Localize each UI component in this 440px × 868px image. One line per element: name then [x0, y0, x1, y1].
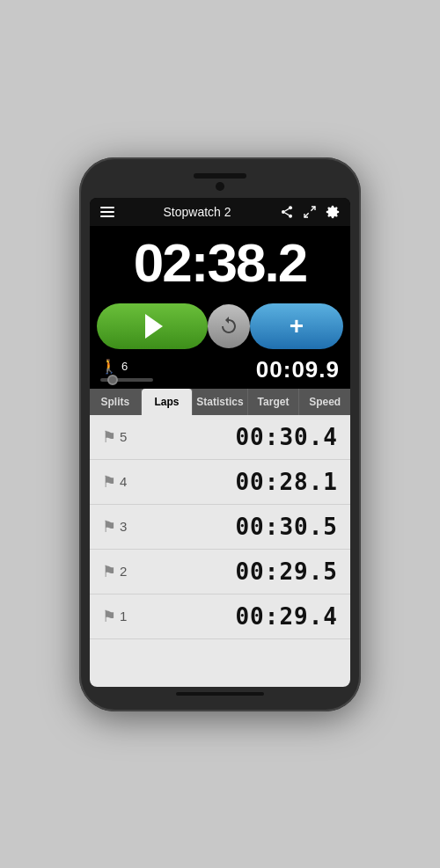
current-lap-time: 00:09.9: [256, 356, 340, 383]
tabs-row: Splits Laps Statistics Target Speed: [90, 389, 350, 415]
lap-time-value: 00:29.4: [235, 603, 338, 630]
settings-icon[interactable]: [326, 205, 340, 219]
lap-time-value: 00:30.4: [235, 424, 338, 450]
flag-icon: ⚑: [102, 607, 116, 626]
lap-row: ⚑ 1 00:29.4: [90, 594, 350, 639]
slider-thumb: [107, 375, 118, 385]
fullscreen-icon[interactable]: [303, 205, 317, 219]
flag-icon: ⚑: [102, 427, 116, 447]
app-title: Stopwatch 2: [163, 205, 231, 219]
flag-icon: ⚑: [102, 472, 116, 492]
lap-label: ⚑ 1: [102, 607, 127, 626]
lap-number: 1: [120, 609, 127, 624]
lap-row: ⚑ 4 00:28.1: [90, 460, 350, 505]
controls-row: +: [90, 298, 350, 354]
lap-number: 5: [120, 429, 127, 444]
lap-label: ⚑ 3: [102, 517, 127, 536]
phone-device: Stopwatch 2: [79, 157, 361, 711]
tab-splits[interactable]: Splits: [90, 389, 142, 415]
svg-point-2: [289, 214, 292, 217]
flag-icon: ⚑: [102, 562, 116, 581]
lap-row: ⚑ 2 00:29.5: [90, 550, 350, 594]
home-bar[interactable]: [176, 692, 264, 696]
person-area: 🚶 6: [100, 358, 153, 382]
person-icon: 🚶: [100, 358, 118, 375]
svg-line-4: [285, 208, 290, 211]
tab-statistics[interactable]: Statistics: [193, 389, 247, 415]
header-bar: Stopwatch 2: [90, 198, 350, 226]
menu-button[interactable]: [100, 207, 114, 217]
lap-label: ⚑ 5: [102, 427, 127, 447]
tab-target[interactable]: Target: [248, 389, 300, 415]
lap-number: 3: [120, 519, 127, 534]
svg-point-0: [289, 206, 292, 209]
lap-number: 2: [120, 564, 127, 579]
svg-line-6: [304, 213, 309, 217]
reset-button[interactable]: [208, 304, 250, 348]
laps-list: ⚑ 5 00:30.4 ⚑ 4 00:28.1 ⚑ 3 00:30.5 ⚑ 2 …: [90, 415, 350, 687]
svg-point-1: [282, 210, 285, 214]
lap-button[interactable]: +: [250, 303, 343, 349]
main-timer-display: 02:38.2: [100, 233, 340, 293]
lap-time-value: 00:28.1: [235, 469, 338, 495]
phone-bottom: [176, 692, 264, 696]
header-icons: [280, 205, 340, 219]
speaker: [194, 173, 246, 179]
person-count-line: 🚶 6: [100, 358, 128, 375]
lap-label: ⚑ 4: [102, 472, 127, 492]
info-row: 🚶 6 00:09.9: [90, 354, 350, 389]
slider-bar[interactable]: [100, 378, 153, 382]
svg-line-3: [285, 213, 290, 215]
share-icon[interactable]: [280, 205, 294, 219]
tab-speed[interactable]: Speed: [299, 389, 350, 415]
flag-icon: ⚑: [102, 517, 116, 536]
play-icon: [145, 314, 163, 339]
lap-label: ⚑ 2: [102, 562, 127, 581]
lap-time-value: 00:30.5: [235, 514, 338, 540]
lap-row: ⚑ 3 00:30.5: [90, 505, 350, 550]
phone-screen: Stopwatch 2: [90, 198, 350, 687]
lap-row: ⚑ 5 00:30.4: [90, 415, 350, 460]
camera: [216, 182, 224, 191]
person-count: 6: [121, 360, 128, 373]
svg-line-5: [311, 207, 315, 211]
play-button[interactable]: [97, 303, 208, 349]
timer-area: 02:38.2: [90, 226, 350, 298]
lap-number: 4: [120, 474, 127, 489]
lap-time-value: 00:29.5: [235, 558, 338, 585]
lap-plus-icon: +: [290, 312, 304, 340]
tab-laps[interactable]: Laps: [142, 389, 194, 415]
